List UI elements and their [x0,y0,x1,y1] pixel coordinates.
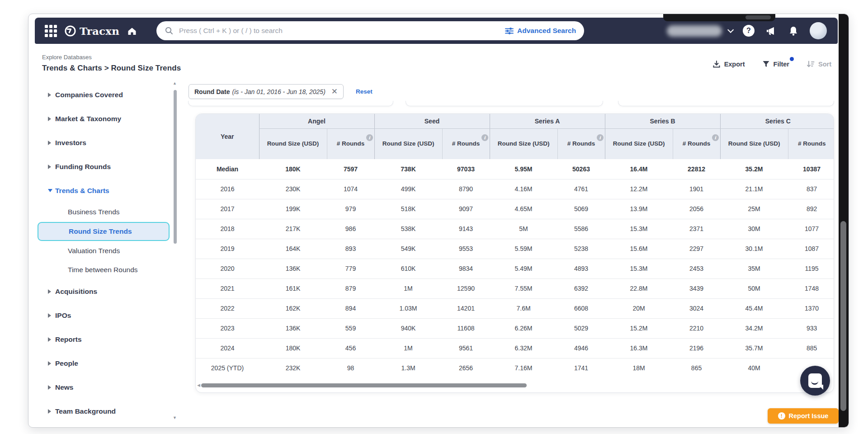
chevron-right-icon [48,117,51,121]
chip-close-icon[interactable]: ✕ [331,88,338,95]
sidebar-item-acquisitions[interactable]: Acquisitions [35,279,182,303]
row-year: Median [196,159,259,179]
table-cell: 538K [374,219,442,239]
search-input[interactable] [179,27,505,35]
user-menu[interactable] [667,25,732,37]
sidebar-item-reports[interactable]: Reports [35,327,182,351]
export-button[interactable]: Export [712,60,745,68]
sidebar-item-time-between-rounds[interactable]: Time between Rounds [35,260,182,279]
applied-filters-row: Round Date (is - Jan 01, 2016 - Jun 18, … [189,84,373,99]
table-cell: 30.1M [720,239,788,259]
scroll-left-icon[interactable]: ◀ [197,383,200,387]
table-cell: 15.3M [605,259,673,278]
reset-filters-link[interactable]: Reset [356,88,373,95]
sidebar-item-team-background[interactable]: Team Background [35,399,182,423]
row-year: 2016 [196,179,259,199]
advanced-search-button[interactable]: Advanced Search [505,27,576,35]
apps-grid-button[interactable] [45,25,57,37]
table-cell: 98 [327,358,374,378]
sidebar-scrollbar[interactable] [174,90,177,244]
sidebar: Companies CoveredMarket & TaxonomyInvest… [35,76,182,424]
sidebar-item-valuation-trends[interactable]: Valuation Trends [35,241,182,260]
page-scrollbar-track[interactable] [839,14,849,427]
global-search[interactable]: Advanced Search [156,21,584,40]
sidebar-item-label: Investors [55,139,86,147]
window-artifact [663,14,775,21]
chat-widget-button[interactable] [800,366,830,396]
column-header-round-size: Round Size (USD) [490,128,557,159]
table-cell: 837 [788,179,834,199]
info-icon[interactable]: i [366,134,373,141]
home-button[interactable] [127,26,137,37]
home-icon [127,26,137,37]
table-cell: 610K [374,259,442,278]
sidebar-scroll-up-icon[interactable]: ▲ [173,81,177,85]
table-cell: 16.3M [605,338,673,358]
tracxn-logo[interactable]: Tracxn [64,25,119,37]
sidebar-item-ipos[interactable]: IPOs [35,303,182,327]
table-cell: 15.3M [605,219,673,239]
column-header-num-rounds: # Roundsi [557,128,605,159]
chevron-right-icon [48,93,51,97]
table-cell: 879 [327,278,374,298]
table-cell: 7.55M [490,278,557,298]
info-icon[interactable]: i [712,134,719,141]
row-year: 2023 [196,318,259,338]
sidebar-item-funding-rounds[interactable]: Funding Rounds [35,155,182,179]
table-cell: 499K [374,179,442,199]
sidebar-item-companies-covered[interactable]: Companies Covered [35,83,182,107]
announcements-button[interactable] [765,25,777,36]
table-cell: 4.16M [490,179,557,199]
sidebar-item-news[interactable]: News [35,375,182,399]
column-group-series-c: Series C [720,114,834,128]
horizontal-scrollbar[interactable] [201,383,527,387]
table-cell: 9143 [442,219,490,239]
table-cell: 6608 [557,298,605,318]
help-button[interactable]: ? [743,25,755,37]
avatar[interactable] [810,22,827,39]
sort-button[interactable]: Sort [807,60,831,68]
table-cell: 21.1M [720,179,788,199]
table-cell: 2297 [673,239,720,259]
table-cell: 34.2M [720,318,788,338]
page-scrollbar[interactable] [840,221,846,411]
tracxn-logo-icon [64,25,76,37]
table-cell: 50263 [557,159,605,179]
sidebar-item-trends-charts[interactable]: Trends & Charts [35,179,182,203]
table-cell: 180K [259,159,327,179]
sidebar-item-investors[interactable]: Investors [35,131,182,155]
table-cell: 199K [259,199,327,219]
column-header-round-size: Round Size (USD) [720,128,788,159]
info-icon[interactable]: i [597,134,604,141]
table-cell: 20M [605,298,673,318]
table-cell: 4.65M [490,199,557,219]
table-cell: 136K [259,318,327,338]
filter-button[interactable]: Filter [762,60,789,68]
sidebar-item-market-taxonomy[interactable]: Market & Taxonomy [35,107,182,131]
table-cell: 1901 [673,179,720,199]
table-cell: 97033 [442,159,490,179]
column-header-label: Round Size (USD) [728,140,780,147]
table-row-2017: 2017199K979518K90974.65M506913.9M205625M… [196,199,834,219]
sidebar-item-people[interactable]: People [35,351,182,375]
filter-chip-round-date[interactable]: Round Date (is - Jan 01, 2016 - Jun 18, … [189,84,344,99]
sidebar-item-label: Business Trends [68,208,120,216]
column-header-num-rounds: # Roundsi [327,128,374,159]
table-cell: 1741 [557,358,605,378]
table-cell: 35M [720,259,788,278]
chevron-right-icon [48,361,51,366]
sidebar-scroll-down-icon[interactable]: ▼ [173,415,177,420]
table-cell: 5.59M [490,239,557,259]
notifications-button[interactable] [788,25,799,37]
export-label: Export [724,61,745,68]
table-cell: 6.32M [490,338,557,358]
page-header-titles: Explore Databases Trends & Charts > Roun… [42,54,181,76]
table-cell: 979 [327,199,374,219]
report-issue-button[interactable]: ! Report Issue [768,408,839,424]
sidebar-item-round-size-trends[interactable]: Round Size Trends [38,222,170,241]
table-cell: 2371 [673,219,720,239]
table-cell: 30M [720,219,788,239]
sidebar-item-business-trends[interactable]: Business Trends [35,203,182,222]
info-icon[interactable]: i [481,134,488,141]
table-row-2025-ytd-: 2025 (YTD)232K981.3M26567.16M174118M8654… [196,358,834,378]
